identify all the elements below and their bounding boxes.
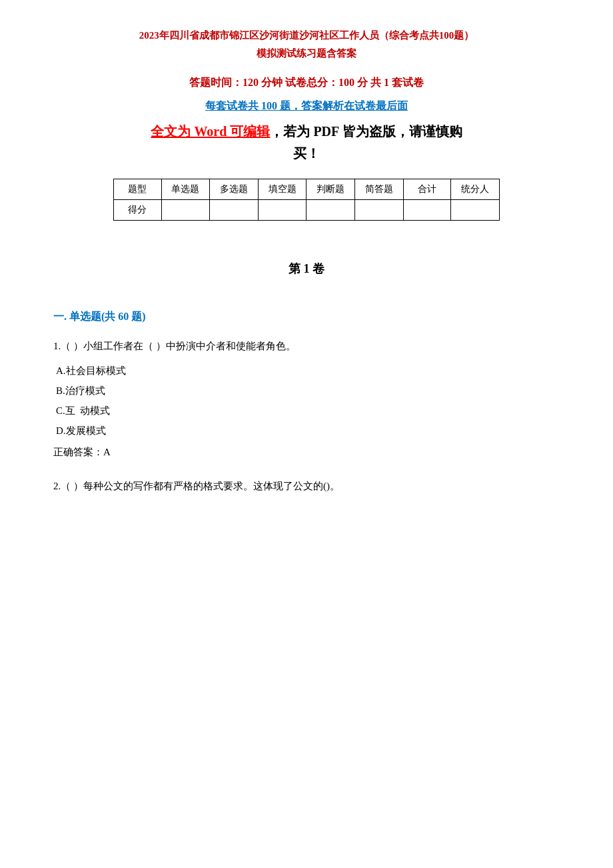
page-title: 2023年四川省成都市锦江区沙河街道沙河社区工作人员（综合考点共100题） 模拟… (53, 27, 560, 63)
table-header-cell: 简答题 (355, 179, 404, 200)
table-header-cell: 单选题 (161, 179, 210, 200)
table-header-cell: 判断题 (306, 179, 355, 200)
score-cell (306, 200, 355, 221)
highlight-red-text: 全文为 Word 可编辑，若为 PDF 皆为盗版，请谨慎购 (53, 123, 560, 141)
score-cell (258, 200, 306, 221)
question-1: 1.（ ）小组工作者在（ ）中扮演中介者和使能者角色。 A.社会目标模式 B.治… (53, 337, 560, 461)
table-header-cell: 题型 (114, 179, 162, 200)
question-2-text: 2.（ ）每种公文的写作都有严格的格式要求。这体现了公文的()。 (53, 477, 560, 495)
table-header-row: 题型 单选题 多选题 填空题 判断题 简答题 合计 统分人 (114, 179, 500, 200)
table-header-cell: 合计 (403, 179, 451, 200)
exam-info: 答题时间：120 分钟 试卷总分：100 分 共 1 套试卷 (53, 76, 560, 90)
option-a: A.社会目标模式 (56, 361, 560, 381)
option-c: C.互 动模式 (56, 401, 560, 421)
question-1-text: 1.（ ）小组工作者在（ ）中扮演中介者和使能者角色。 (53, 337, 560, 355)
score-cell (210, 200, 259, 221)
volume-title: 第 1 卷 (53, 261, 560, 277)
highlight-blue-text: 每套试卷共 100 题，答案解析在试卷最后面 (53, 99, 560, 113)
section1-title: 一. 单选题(共 60 题) (53, 310, 560, 324)
option-d: D.发展模式 (56, 421, 560, 441)
score-label: 得分 (114, 200, 162, 221)
score-table: 题型 单选题 多选题 填空题 判断题 简答题 合计 统分人 得分 (113, 179, 500, 221)
option-b: B.治疗模式 (56, 381, 560, 401)
score-cell (403, 200, 451, 221)
score-cell (161, 200, 210, 221)
question-2: 2.（ ）每种公文的写作都有严格的格式要求。这体现了公文的()。 (53, 477, 560, 495)
table-score-row: 得分 (114, 200, 500, 221)
table-header-cell: 填空题 (258, 179, 306, 200)
buy-text: 买！ (53, 145, 560, 163)
table-header-cell: 多选题 (210, 179, 259, 200)
score-cell (451, 200, 500, 221)
question-1-answer: 正确答案：A (53, 443, 560, 461)
score-cell (355, 200, 404, 221)
table-header-cell: 统分人 (451, 179, 500, 200)
question-1-options: A.社会目标模式 B.治疗模式 C.互 动模式 D.发展模式 (56, 361, 560, 441)
